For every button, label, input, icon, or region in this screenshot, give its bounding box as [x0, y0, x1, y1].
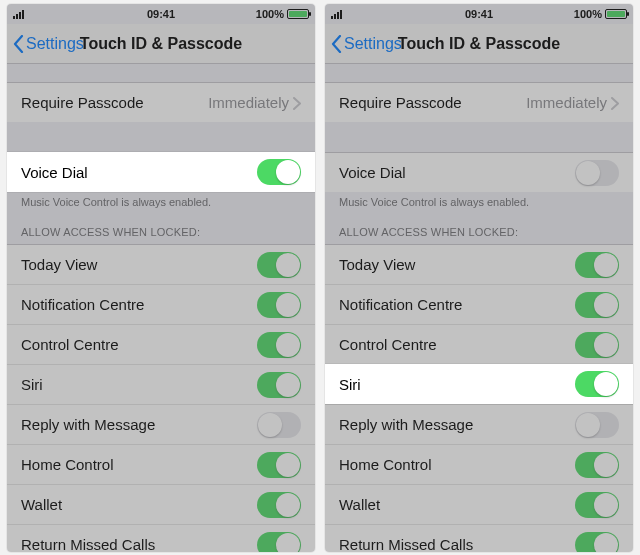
battery-icon — [287, 9, 309, 19]
back-label: Settings — [26, 35, 84, 53]
require-passcode-row[interactable]: Require Passcode Immediately — [7, 82, 315, 122]
require-passcode-label: Require Passcode — [339, 94, 462, 111]
return-missed-calls-row[interactable]: Return Missed Calls — [7, 524, 315, 552]
control-centre-label: Control Centre — [339, 336, 437, 353]
control-centre-row[interactable]: Control Centre — [7, 324, 315, 364]
control-centre-row[interactable]: Control Centre — [325, 324, 633, 364]
today-view-label: Today View — [339, 256, 415, 273]
status-time: 09:41 — [83, 8, 239, 20]
voice-dial-note: Music Voice Control is always enabled. — [325, 192, 633, 208]
notification-centre-label: Notification Centre — [21, 296, 144, 313]
reply-with-message-label: Reply with Message — [339, 416, 473, 433]
section-header: ALLOW ACCESS WHEN LOCKED: — [325, 208, 633, 244]
reply-with-message-row[interactable]: Reply with Message — [325, 404, 633, 444]
control-centre-toggle[interactable] — [575, 332, 619, 358]
return-missed-calls-label: Return Missed Calls — [21, 536, 155, 552]
highlight-toggle[interactable] — [575, 371, 619, 397]
voice-dial-label: Voice Dial — [339, 164, 406, 181]
today-view-row[interactable]: Today View — [325, 244, 633, 284]
signal-icon — [13, 10, 24, 19]
status-bar: 09:41 100% — [325, 4, 633, 24]
back-button[interactable]: Settings — [13, 35, 84, 53]
battery-pct: 100% — [256, 8, 284, 20]
control-centre-label: Control Centre — [21, 336, 119, 353]
highlight-label: Voice Dial — [21, 164, 88, 181]
nav-bar: Settings Touch ID & Passcode — [7, 24, 315, 64]
notification-centre-toggle[interactable] — [575, 292, 619, 318]
highlight-row[interactable]: Siri — [325, 364, 633, 404]
require-passcode-label: Require Passcode — [21, 94, 144, 111]
highlight-label: Siri — [339, 376, 361, 393]
nav-bar: Settings Touch ID & Passcode — [325, 24, 633, 64]
chevron-right-icon — [611, 96, 619, 109]
voice-dial-row[interactable]: Voice Dial — [325, 152, 633, 192]
require-passcode-row[interactable]: Require Passcode Immediately — [325, 82, 633, 122]
home-control-row[interactable]: Home Control — [325, 444, 633, 484]
return-missed-calls-label: Return Missed Calls — [339, 536, 473, 552]
notification-centre-row[interactable]: Notification Centre — [325, 284, 633, 324]
battery-pct: 100% — [574, 8, 602, 20]
notification-centre-label: Notification Centre — [339, 296, 462, 313]
today-view-toggle[interactable] — [257, 252, 301, 278]
siri-toggle[interactable] — [257, 372, 301, 398]
control-centre-toggle[interactable] — [257, 332, 301, 358]
reply-with-message-label: Reply with Message — [21, 416, 155, 433]
highlight-row[interactable]: Voice Dial — [7, 152, 315, 192]
battery-icon — [605, 9, 627, 19]
return-missed-calls-row[interactable]: Return Missed Calls — [325, 524, 633, 552]
back-button[interactable]: Settings — [331, 35, 402, 53]
status-bar: 09:41 100% — [7, 4, 315, 24]
notification-centre-toggle[interactable] — [257, 292, 301, 318]
today-view-row[interactable]: Today View — [7, 244, 315, 284]
wallet-row[interactable]: Wallet — [7, 484, 315, 524]
notification-centre-row[interactable]: Notification Centre — [7, 284, 315, 324]
home-control-toggle[interactable] — [257, 452, 301, 478]
today-view-toggle[interactable] — [575, 252, 619, 278]
today-view-label: Today View — [21, 256, 97, 273]
reply-with-message-toggle[interactable] — [575, 412, 619, 438]
left-screenshot: 09:41 100% Settings Touch ID & Passcode … — [7, 4, 315, 552]
siri-row[interactable]: Siri — [7, 364, 315, 404]
section-header: ALLOW ACCESS WHEN LOCKED: — [7, 208, 315, 244]
home-control-toggle[interactable] — [575, 452, 619, 478]
signal-icon — [331, 10, 342, 19]
wallet-label: Wallet — [339, 496, 380, 513]
require-passcode-value: Immediately — [208, 94, 289, 111]
highlight-toggle[interactable] — [257, 159, 301, 185]
voice-dial-toggle[interactable] — [575, 160, 619, 186]
status-time: 09:41 — [401, 8, 557, 20]
wallet-label: Wallet — [21, 496, 62, 513]
return-missed-calls-toggle[interactable] — [257, 532, 301, 553]
back-label: Settings — [344, 35, 402, 53]
home-control-label: Home Control — [21, 456, 114, 473]
chevron-right-icon — [293, 96, 301, 109]
home-control-row[interactable]: Home Control — [7, 444, 315, 484]
wallet-toggle[interactable] — [575, 492, 619, 518]
return-missed-calls-toggle[interactable] — [575, 532, 619, 553]
chevron-left-icon — [331, 35, 342, 53]
reply-with-message-toggle[interactable] — [257, 412, 301, 438]
voice-dial-note: Music Voice Control is always enabled. — [7, 192, 315, 208]
wallet-toggle[interactable] — [257, 492, 301, 518]
home-control-label: Home Control — [339, 456, 432, 473]
right-screenshot: 09:41 100% Settings Touch ID & Passcode … — [325, 4, 633, 552]
reply-with-message-row[interactable]: Reply with Message — [7, 404, 315, 444]
siri-label: Siri — [21, 376, 43, 393]
wallet-row[interactable]: Wallet — [325, 484, 633, 524]
chevron-left-icon — [13, 35, 24, 53]
require-passcode-value: Immediately — [526, 94, 607, 111]
